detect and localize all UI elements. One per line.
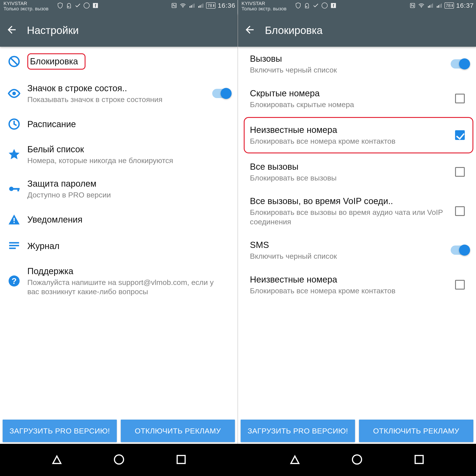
app-bar: Блокировка	[238, 14, 476, 47]
carrier-sub-label: Только экстр. вызов	[241, 6, 287, 12]
screen-settings: KYIVSTAR Только экстр. вызов 78 16:36	[0, 0, 238, 444]
pro-button[interactable]: ЗАГРУЗИТЬ PRO ВЕРСИЮ!	[3, 420, 117, 442]
row-title: Уведомления	[27, 214, 227, 225]
pro-button[interactable]: ЗАГРУЗИТЬ PRO ВЕРСИЮ!	[241, 420, 355, 442]
page-title: Настройки	[27, 24, 79, 36]
signal-1-icon	[427, 2, 433, 9]
promo-bar: ЗАГРУЗИТЬ PRO ВЕРСИЮ! ОТКЛЮЧИТЬ РЕКЛАМУ	[0, 420, 238, 444]
row-sms[interactable]: SMS Включить черный список	[238, 233, 476, 268]
row-subtitle: Пожалуйста напишите на support@vlmob.com…	[27, 278, 227, 296]
nav-recent-button[interactable]	[412, 453, 426, 467]
help-icon	[7, 274, 27, 288]
star-icon	[7, 148, 27, 161]
battery-indicator: 78	[444, 2, 454, 9]
shield-icon	[57, 2, 64, 9]
heartrate-icon	[304, 2, 310, 9]
row-title: SMS	[250, 239, 446, 250]
blocking-list: Вызовы Включить черный список Скрытые но…	[238, 47, 476, 420]
row-title: Защита паролем	[27, 178, 227, 189]
voip-calls-checkbox[interactable]	[455, 206, 465, 216]
wifi-icon	[180, 2, 186, 9]
facebook-icon	[92, 2, 99, 9]
row-subtitle: Номера, которые никогда не блокируются	[27, 156, 227, 165]
back-button[interactable]	[6, 24, 18, 36]
row-blocking[interactable]: Блокировка	[0, 47, 238, 76]
eye-icon	[7, 87, 27, 100]
row-subtitle: Блокировать все номера кроме контактов	[250, 136, 446, 146]
row-calls[interactable]: Вызовы Включить черный список	[238, 47, 476, 81]
disable-ads-button[interactable]: ОТКЛЮЧИТЬ РЕКЛАМУ	[359, 420, 473, 442]
row-title: Неизвестные номера	[250, 124, 446, 135]
row-title: Поддержка	[27, 266, 227, 276]
clock-icon	[7, 118, 27, 131]
page-title: Блокировка	[265, 24, 323, 36]
screen-blocking: KYIVSTAR Только экстр. вызов 78 16:37	[238, 0, 476, 444]
clock-label: 16:37	[456, 2, 474, 9]
row-title: Скрытые номера	[250, 88, 446, 99]
nfc-icon	[409, 2, 416, 9]
hidden-numbers-checkbox[interactable]	[455, 94, 465, 103]
row-subtitle: Показывать значок в строке состояния	[27, 95, 207, 104]
row-title: Журнал	[27, 241, 227, 251]
nav-back-button[interactable]	[50, 453, 64, 467]
row-status-icon[interactable]: Значок в строке состоя.. Показывать знач…	[0, 76, 238, 111]
nav-back-button[interactable]	[288, 453, 302, 467]
disable-ads-button[interactable]: ОТКЛЮЧИТЬ РЕКЛАМУ	[121, 420, 235, 442]
row-title: Белый список	[27, 144, 227, 154]
row-title: Значок в строке состоя..	[27, 83, 207, 93]
check-icon	[74, 2, 81, 9]
carrier-sub-label: Только экстр. вызов	[3, 6, 49, 12]
all-calls-checkbox[interactable]	[455, 167, 465, 177]
calls-switch[interactable]	[451, 59, 469, 68]
row-hidden-numbers[interactable]: Скрытые номера Блокировать скрытые номер…	[238, 81, 476, 116]
row-title: Все вызовы, во время VoIP соеди..	[250, 196, 446, 206]
row-title: Блокировка	[30, 56, 78, 66]
nfc-icon	[171, 2, 177, 9]
sms-switch[interactable]	[451, 245, 469, 255]
promo-bar: ЗАГРУЗИТЬ PRO ВЕРСИЮ! ОТКЛЮЧИТЬ РЕКЛАМУ	[238, 420, 476, 444]
key-icon	[7, 182, 27, 195]
row-subtitle: Блокировать все вызовы во время аудио ча…	[250, 208, 446, 226]
back-button[interactable]	[244, 24, 256, 36]
nav-home-button[interactable]	[350, 453, 364, 467]
row-title: Вызовы	[250, 53, 446, 64]
row-schedule[interactable]: Расписание	[0, 111, 238, 137]
status-bar: KYIVSTAR Только экстр. вызов 78 16:36	[0, 0, 238, 14]
signal-2-icon	[436, 2, 442, 9]
row-unknown-numbers[interactable]: Неизвестные номера Блокировать все номер…	[238, 116, 476, 155]
row-unknown-numbers-sms[interactable]: Неизвестные номера Блокировать все номер…	[238, 268, 476, 302]
row-notifications[interactable]: Уведомления	[0, 206, 238, 233]
row-subtitle: Доступно в PRO версии	[27, 190, 227, 200]
wifi-icon	[418, 2, 425, 9]
carrier-label: KYIVSTAR	[3, 1, 49, 6]
status-icon-switch[interactable]	[212, 89, 231, 98]
clock-label: 16:36	[218, 2, 235, 9]
row-log[interactable]: Журнал	[0, 233, 238, 259]
heartrate-icon	[66, 2, 72, 9]
row-title: Расписание	[27, 119, 227, 129]
status-bar: KYIVSTAR Только экстр. вызов 78 16:37	[238, 0, 476, 14]
settings-list: Блокировка Значок в строке состоя.. Пока…	[0, 47, 238, 420]
check-icon	[312, 2, 319, 9]
nav-home-button[interactable]	[112, 453, 126, 467]
lines-icon	[7, 239, 27, 253]
row-voip-calls[interactable]: Все вызовы, во время VoIP соеди.. Блокир…	[238, 189, 476, 233]
row-support[interactable]: Поддержка Пожалуйста напишите на support…	[0, 259, 238, 303]
row-password[interactable]: Защита паролем Доступно в PRO версии	[0, 172, 238, 206]
signal-1-icon	[188, 2, 195, 9]
unknown-numbers-sms-checkbox[interactable]	[455, 280, 465, 289]
nav-recent-button[interactable]	[174, 453, 188, 467]
row-title: Все вызовы	[250, 161, 446, 172]
app-bar: Настройки	[0, 14, 238, 47]
row-all-calls[interactable]: Все вызовы Блокировать все вызовы	[238, 155, 476, 189]
battery-indicator: 78	[206, 2, 216, 9]
block-icon	[7, 55, 27, 68]
unknown-numbers-checkbox[interactable]	[455, 130, 465, 140]
row-subtitle: Включить черный список	[250, 252, 446, 261]
row-subtitle: Включить черный список	[250, 65, 446, 75]
row-subtitle: Блокировать все номера кроме контактов	[250, 286, 446, 295]
row-whitelist[interactable]: Белый список Номера, которые никогда не …	[0, 137, 238, 172]
carrier-label: KYIVSTAR	[241, 1, 287, 6]
alert-icon	[7, 213, 27, 226]
chrome-icon	[321, 2, 328, 9]
